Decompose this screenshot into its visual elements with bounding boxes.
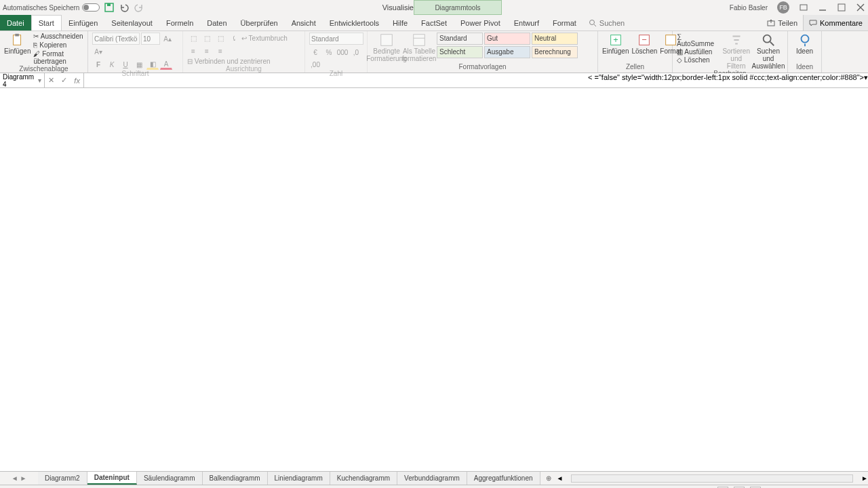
tab-design[interactable]: Entwurf <box>507 15 546 30</box>
tab-formulas[interactable]: Formeln <box>159 15 200 30</box>
find-select-button[interactable]: Suchen und Auswählen <box>753 33 783 70</box>
tab-data[interactable]: Daten <box>200 15 233 30</box>
tab-review[interactable]: Überprüfen <box>234 15 285 30</box>
align-middle-icon[interactable]: ⬚ <box>201 33 213 43</box>
save-icon[interactable] <box>104 2 115 13</box>
format-painter-button[interactable]: 🖌 Format übertragen <box>33 50 83 65</box>
copy-button[interactable]: ⎘ Kopieren <box>33 41 83 49</box>
svg-text:−: − <box>642 35 648 45</box>
sheet-tab-säulendiagramm[interactable]: Säulendiagramm <box>137 472 203 485</box>
tab-powerpivot[interactable]: Power Pivot <box>454 15 507 30</box>
clear-button[interactable]: ◇ Löschen <box>677 56 719 64</box>
fill-color-button[interactable]: ◧ <box>146 59 159 70</box>
svg-point-7 <box>589 20 594 24</box>
cut-button[interactable]: ✂ Ausschneiden <box>33 33 83 40</box>
decrease-decimal-icon[interactable]: ,00 <box>309 59 321 70</box>
delete-cells-button[interactable]: −Löschen <box>631 33 657 55</box>
increase-decimal-icon[interactable]: ,0 <box>350 47 362 58</box>
sheet-tab-aggregatfunktionen[interactable]: Aggregatfunktionen <box>467 472 540 485</box>
insert-cells-button[interactable]: +Einfügen <box>602 33 629 55</box>
bold-button[interactable]: F <box>92 59 104 70</box>
add-sheet-button[interactable]: ⊕ <box>540 472 557 485</box>
tab-help[interactable]: Hilfe <box>386 15 414 30</box>
number-format-select[interactable] <box>309 33 363 45</box>
user-name[interactable]: Fabio Basler <box>730 4 768 12</box>
sheet-tab-balkendiagramm[interactable]: Balkendiagramm <box>203 472 268 485</box>
svg-text:+: + <box>613 35 618 45</box>
sheet-nav[interactable]: ◄ ► <box>0 472 38 485</box>
autosave-toggle[interactable]: Automatisches Speichern <box>3 3 100 12</box>
cancel-formula-icon[interactable]: ✕ <box>48 76 54 85</box>
align-right-icon[interactable]: ≡ <box>214 45 226 56</box>
tell-me-search[interactable]: Suchen <box>583 15 630 30</box>
svg-rect-12 <box>381 35 393 46</box>
sheet-tab-diagramm2[interactable]: Diagramm2 <box>38 472 87 485</box>
tab-developer[interactable]: Entwicklertools <box>323 15 386 30</box>
wrap-text-button[interactable]: ↩ Textumbruch <box>241 35 288 42</box>
comments-button[interactable]: Kommentare <box>803 15 868 30</box>
currency-icon[interactable]: € <box>309 47 321 58</box>
share-button[interactable]: Teilen <box>762 15 803 30</box>
ribbon: Einfügen ✂ Ausschneiden ⎘ Kopieren 🖌 For… <box>0 31 868 73</box>
title-bar: Automatisches Speichern Visualisierungen… <box>0 0 868 15</box>
undo-icon[interactable] <box>119 2 130 13</box>
autosave-label: Automatisches Speichern <box>3 4 79 12</box>
tab-file[interactable]: Datei <box>0 15 31 30</box>
align-top-icon[interactable]: ⬚ <box>187 33 199 43</box>
search-icon <box>589 19 597 27</box>
redo-icon[interactable] <box>134 2 144 13</box>
tab-insert[interactable]: Einfügen <box>62 15 104 30</box>
sheet-tab-verbunddiagramm[interactable]: Verbunddiagramm <box>397 472 467 485</box>
tab-factset[interactable]: FactSet <box>414 15 454 30</box>
thousands-icon[interactable]: 000 <box>336 47 349 58</box>
contextual-tab-diagrammtools: Diagrammtools <box>414 0 502 15</box>
horizontal-scrollbar[interactable]: ◄► <box>557 472 868 485</box>
user-avatar[interactable]: FB <box>777 1 789 14</box>
format-as-table-button[interactable]: Als Tabelle formatieren <box>404 33 434 62</box>
svg-rect-2 <box>800 5 807 10</box>
tab-layout[interactable]: Seitenlayout <box>104 15 159 30</box>
tab-view[interactable]: Ansicht <box>285 15 323 30</box>
align-center-icon[interactable]: ≡ <box>201 45 213 56</box>
close-icon[interactable] <box>856 3 865 12</box>
align-left-icon[interactable]: ≡ <box>187 45 199 56</box>
svg-rect-11 <box>15 34 18 37</box>
svg-rect-4 <box>838 4 845 11</box>
name-box[interactable]: Diagramm 4▾ <box>0 73 45 87</box>
minimize-icon[interactable] <box>818 3 827 12</box>
svg-line-21 <box>770 42 774 46</box>
font-name-input[interactable] <box>92 33 140 45</box>
ribbon-tabs: Datei Start Einfügen Seitenlayout Formel… <box>0 15 868 31</box>
underline-button[interactable]: U <box>119 59 132 70</box>
sheet-tab-dateninput[interactable]: Dateninput <box>87 472 137 485</box>
paste-button[interactable]: Einfügen <box>4 33 31 55</box>
ribbon-display-icon[interactable] <box>799 3 808 12</box>
border-button[interactable]: ▦ <box>133 59 145 70</box>
maximize-icon[interactable] <box>837 3 846 12</box>
font-size-input[interactable] <box>141 33 160 45</box>
cell-styles-gallery[interactable]: Standard Gut Neutral Schlecht Ausgabe Be… <box>437 33 578 58</box>
svg-line-8 <box>594 24 596 26</box>
svg-point-22 <box>801 35 808 43</box>
tab-format[interactable]: Format <box>546 15 583 30</box>
font-color-button[interactable]: A <box>160 59 172 70</box>
sort-filter-button[interactable]: Sortieren und Filtern <box>722 33 751 70</box>
percent-icon[interactable]: % <box>323 47 335 58</box>
orientation-icon[interactable]: ⤹ <box>228 33 240 43</box>
enter-formula-icon[interactable]: ✓ <box>61 76 67 85</box>
italic-button[interactable]: K <box>106 59 118 70</box>
share-icon <box>767 19 775 27</box>
tab-home[interactable]: Start <box>31 15 62 30</box>
merge-button[interactable]: ⊟ Verbinden und zentrieren <box>187 58 271 65</box>
align-bottom-icon[interactable]: ⬚ <box>214 33 226 43</box>
decrease-font-icon[interactable]: A▾ <box>92 46 104 57</box>
increase-font-icon[interactable]: A▴ <box>161 33 174 44</box>
sheet-tab-liniendiagramm[interactable]: Liniendiagramm <box>268 472 330 485</box>
svg-rect-13 <box>414 35 425 46</box>
sheet-tab-kuchendiagramm[interactable]: Kuchendiagramm <box>330 472 397 485</box>
fill-button[interactable]: ▥ Ausfüllen <box>677 48 719 56</box>
fx-icon[interactable]: fx <box>74 77 80 85</box>
autosum-button[interactable]: ∑ AutoSumme <box>677 33 719 47</box>
ideas-button[interactable]: Ideen <box>792 33 817 55</box>
conditional-formatting-button[interactable]: Bedingte Formatierung <box>372 33 401 62</box>
